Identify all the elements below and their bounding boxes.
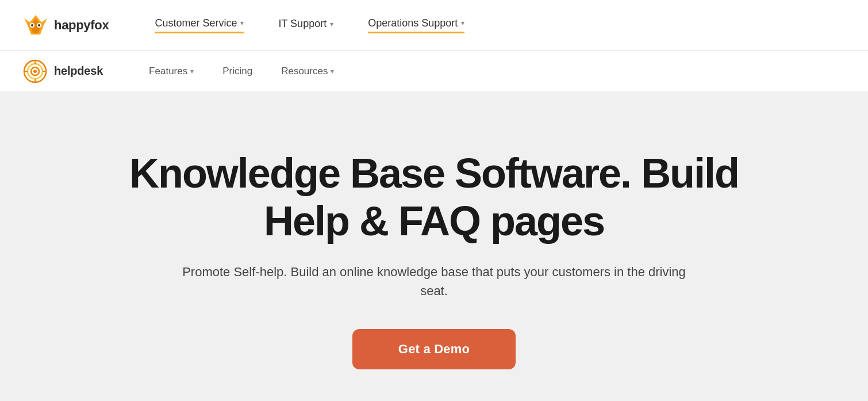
top-nav-item-operations-support[interactable]: Operations Support ▾ — [368, 17, 464, 33]
customer-service-label: Customer Service — [155, 17, 237, 29]
top-nav: happyfox Customer Service ▾ IT Support ▾… — [0, 0, 868, 51]
hero-title: Knowledge Base Software. Build Help & FA… — [89, 150, 779, 245]
svg-point-6 — [31, 24, 33, 26]
it-support-chevron: ▾ — [330, 20, 333, 28]
sub-nav-item-resources[interactable]: Resources ▾ — [281, 66, 334, 77]
helpdesk-icon — [23, 59, 47, 83]
features-label: Features — [149, 66, 187, 77]
happyfox-logo[interactable]: happyfox — [23, 13, 109, 38]
top-nav-item-it-support[interactable]: IT Support ▾ — [278, 18, 333, 32]
sub-nav-item-pricing[interactable]: Pricing — [222, 66, 252, 77]
logo-icon — [23, 13, 48, 38]
it-support-label: IT Support — [278, 18, 327, 30]
svg-point-11 — [33, 70, 37, 73]
sub-nav-item-features[interactable]: Features ▾ — [149, 66, 194, 77]
helpdesk-logo-area: helpdesk — [23, 59, 103, 83]
top-nav-links: Customer Service ▾ IT Support ▾ Operatio… — [155, 17, 464, 33]
hero-section: Knowledge Base Software. Build Help & FA… — [0, 92, 868, 401]
sub-nav-links: Features ▾ Pricing Resources ▾ — [149, 66, 334, 77]
customer-service-chevron: ▾ — [240, 19, 244, 27]
operations-support-label: Operations Support — [368, 17, 458, 29]
sub-nav: helpdesk Features ▾ Pricing Resources ▾ — [0, 51, 868, 92]
pricing-label: Pricing — [222, 66, 252, 77]
helpdesk-text: helpdesk — [54, 64, 103, 78]
get-a-demo-button[interactable]: Get a Demo — [352, 329, 516, 369]
operations-support-chevron: ▾ — [461, 19, 464, 27]
features-chevron: ▾ — [190, 67, 194, 75]
top-nav-item-customer-service[interactable]: Customer Service ▾ — [155, 17, 244, 33]
logo-text: happyfox — [54, 18, 109, 33]
svg-point-7 — [38, 24, 40, 26]
hero-subtitle: Promote Self-help. Build an online knowl… — [175, 262, 693, 300]
resources-chevron: ▾ — [331, 67, 334, 75]
resources-label: Resources — [281, 66, 328, 77]
